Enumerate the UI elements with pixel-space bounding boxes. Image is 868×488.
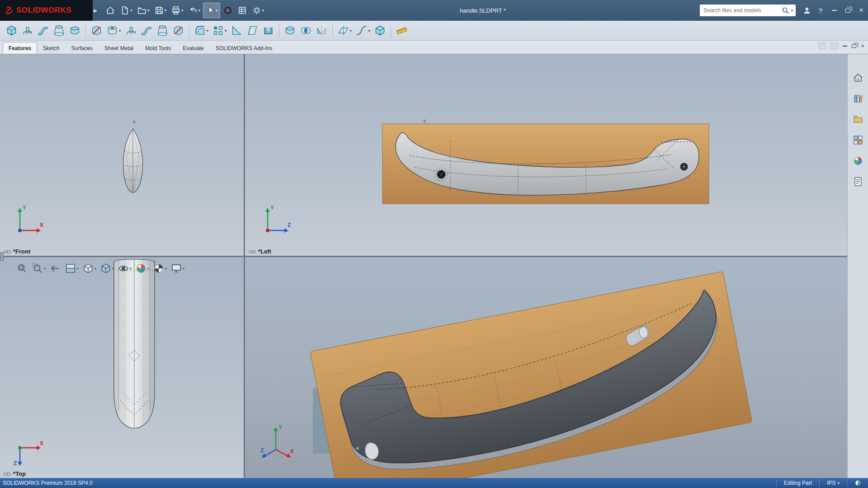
print-button[interactable]: ▾ [169,3,185,18]
shell-button[interactable] [260,22,276,39]
viewport-front[interactable]: Y X *Front [0,54,244,256]
open-button[interactable]: ▾ [135,3,151,18]
viewport-top[interactable]: ▾ ▾ ▾ ▾ ▾ ▾ ▾ ▾ X Z *Top [0,257,244,478]
dropdown-caret-icon[interactable]: ▾ [198,8,201,13]
vertical-splitter[interactable] [244,54,245,478]
solidworks-resources-button[interactable] [850,70,866,86]
save-button[interactable]: ▾ [152,3,169,18]
swept-cut-button[interactable] [139,22,155,39]
boundary-cut-button[interactable] [170,22,186,39]
dropdown-caret-icon[interactable]: ▾ [77,267,79,271]
help-button[interactable]: ? [814,3,827,18]
view-palette-button[interactable] [850,132,866,148]
window-preview-button[interactable] [830,42,838,49]
extruded-cut-button[interactable] [89,22,104,39]
view-settings-button[interactable]: ▾ [170,262,185,275]
status-units-dropdown[interactable]: IPS ▾ [821,480,846,486]
search-input[interactable] [703,7,782,14]
hole-wizard-button[interactable]: ▾ [104,22,123,39]
search-dropdown-caret-icon[interactable]: ▾ [791,8,793,13]
tab-sketch[interactable]: Sketch [37,42,66,54]
new-document-button[interactable]: ▾ [118,3,134,18]
dropdown-caret-icon[interactable]: ▾ [147,267,149,271]
extruded-boss-base-button[interactable] [4,22,19,39]
splitter-grab-handle[interactable] [0,252,4,261]
dropdown-caret-icon[interactable]: ▾ [207,28,209,33]
edit-appearance-button[interactable]: ▾ [134,262,150,275]
menu-expand-arrow[interactable]: ▶ [94,8,97,14]
view-orientation-button[interactable]: ▾ [81,262,97,275]
tab-mold-tools[interactable]: Mold Tools [139,42,177,54]
tab-sheet-metal[interactable]: Sheet Metal [99,42,139,54]
instant3d-button[interactable] [372,22,388,39]
home-button[interactable] [104,3,117,18]
zoom-to-fit-button[interactable] [15,262,29,275]
apply-scene-button[interactable]: ▾ [152,262,168,275]
dropdown-caret-icon[interactable]: ▾ [94,267,96,271]
boundary-boss-base-button[interactable] [67,22,83,39]
search-icon[interactable] [782,7,789,14]
solidworks-logo[interactable]: SOLIDWORKS [0,0,93,21]
dropdown-caret-icon[interactable]: ▾ [130,8,132,13]
tab-surfaces[interactable]: Surfaces [66,42,99,54]
file-properties-button[interactable] [236,3,249,18]
dropdown-caret-icon[interactable]: ▾ [181,8,184,13]
window-close-button[interactable]: × [854,3,868,18]
tab-solidworks-add-ins[interactable]: SOLIDWORKS Add-Ins [210,42,278,54]
dropdown-caret-icon[interactable]: ▾ [368,28,370,33]
child-close-button[interactable]: × [861,43,864,49]
appearances-scenes-button[interactable] [850,153,866,169]
revolved-cut-button[interactable] [123,22,139,39]
section-view-button[interactable]: ▾ [64,262,80,275]
window-minimize-button[interactable] [827,3,841,18]
dropdown-caret-icon[interactable]: ▾ [44,267,46,271]
tab-features[interactable]: Features [3,42,37,54]
undo-button[interactable]: ▾ [186,3,203,18]
dropdown-caret-icon[interactable]: ▾ [262,8,264,13]
dropdown-caret-icon[interactable]: ▾ [350,28,352,33]
intersect-button[interactable] [298,22,314,39]
select-tool-button[interactable]: ▾ [203,3,220,18]
options-button[interactable]: ▾ [250,3,266,18]
reference-geometry-button[interactable]: ▾ [335,22,354,39]
linear-pattern-button[interactable]: ▾ [210,22,229,39]
custom-properties-button[interactable] [850,174,866,190]
zoom-to-area-button[interactable]: ▾ [31,262,47,275]
window-preview-button[interactable] [818,42,826,49]
previous-view-button[interactable] [48,262,62,275]
display-style-button[interactable]: ▾ [99,262,115,275]
dropdown-caret-icon[interactable]: ▾ [183,267,184,271]
rebuild-button[interactable] [221,3,235,18]
fillet-button[interactable]: ▾ [192,22,211,39]
dropdown-caret-icon[interactable]: ▾ [225,28,227,33]
rib-button[interactable] [229,22,245,39]
dropdown-caret-icon[interactable]: ▾ [119,28,121,33]
window-restore-button[interactable] [841,3,854,18]
draft-button[interactable] [245,22,260,39]
swept-boss-base-button[interactable] [35,22,51,39]
dropdown-caret-icon[interactable]: ▾ [216,8,218,13]
lofted-cut-button[interactable] [155,22,170,39]
dropdown-caret-icon[interactable]: ▾ [165,8,167,13]
file-explorer-button[interactable] [850,111,866,127]
design-library-button[interactable] [850,90,866,107]
horizontal-splitter[interactable] [0,256,847,257]
child-minimize-button[interactable] [843,46,847,47]
status-tags-button[interactable] [848,479,868,487]
dropdown-caret-icon[interactable]: ▾ [165,267,167,271]
measure-button[interactable] [394,22,410,39]
hide-show-items-button[interactable]: ▾ [117,262,132,275]
dropdown-caret-icon[interactable]: ▾ [130,267,132,271]
viewport-trimetric[interactable]: Y X Z [245,257,847,478]
wrap-button[interactable] [282,22,298,39]
curves-button[interactable]: ▾ [354,22,372,39]
dropdown-caret-icon[interactable]: ▾ [112,267,114,271]
revolved-boss-base-button[interactable] [19,22,35,39]
lofted-boss-base-button[interactable] [51,22,67,39]
viewport-left[interactable]: Y Z *Left [245,54,847,256]
dropdown-caret-icon[interactable]: ▾ [147,8,150,13]
user-account-button[interactable] [800,3,814,18]
mirror-button[interactable] [314,22,330,39]
tab-evaluate[interactable]: Evaluate [177,42,210,54]
child-restore-button[interactable] [852,44,856,48]
